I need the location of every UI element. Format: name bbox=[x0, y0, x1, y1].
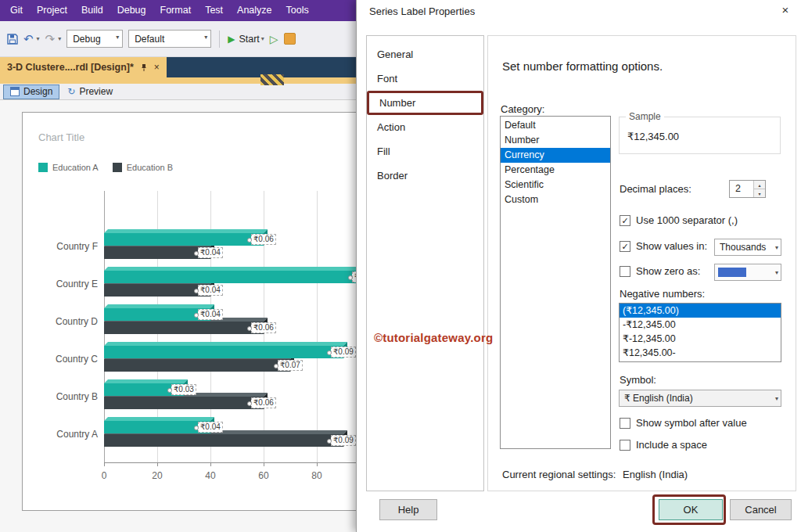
toolbar-misc-icon[interactable] bbox=[284, 33, 296, 45]
legend-item[interactable]: Education B bbox=[113, 163, 173, 172]
data-label[interactable]: ₹0.04 bbox=[198, 422, 223, 433]
data-label[interactable]: ₹0.03 bbox=[171, 384, 196, 395]
redo-dropdown-icon[interactable]: ▾ bbox=[58, 35, 61, 42]
legend-item[interactable]: Education A bbox=[38, 163, 99, 172]
bar-education-b[interactable] bbox=[104, 322, 264, 334]
chart-plot[interactable]: Chart Title Education AEducation B 02040… bbox=[22, 112, 370, 511]
watermark: ©tutorialgateway.org bbox=[374, 331, 493, 344]
bar-education-a[interactable] bbox=[104, 233, 264, 246]
bar-education-b[interactable] bbox=[104, 397, 264, 409]
ok-button[interactable]: OK bbox=[659, 499, 723, 520]
show-zero-as-dropdown[interactable]: ▾ bbox=[714, 264, 781, 281]
include-space-checkbox[interactable]: Include a space bbox=[620, 439, 707, 451]
category-option-scientific[interactable]: Scientific bbox=[501, 178, 610, 192]
category-label: Country E bbox=[24, 279, 98, 289]
negative-option-2[interactable]: ₹-12,345.00 bbox=[620, 332, 781, 346]
data-label[interactable]: ₹0.06 bbox=[251, 397, 276, 408]
axis-tick-label: 60 bbox=[253, 470, 274, 481]
run-without-debug-icon[interactable]: ▷ bbox=[270, 33, 278, 45]
tab-design-label: Design bbox=[23, 86, 52, 97]
category-option-number[interactable]: Number bbox=[501, 133, 610, 148]
menu-tools[interactable]: Tools bbox=[279, 0, 316, 21]
show-symbol-after-label: Show symbol after value bbox=[636, 417, 747, 429]
checkbox-icon[interactable] bbox=[620, 241, 630, 252]
negative-option-1[interactable]: -₹12,345.00 bbox=[620, 318, 781, 332]
chart-title[interactable]: Chart Title bbox=[38, 131, 84, 143]
help-button[interactable]: Help bbox=[379, 499, 437, 520]
use-1000-separator-checkbox[interactable]: Use 1000 separator (,) bbox=[620, 214, 738, 226]
spin-down-icon[interactable]: ▾ bbox=[754, 189, 765, 197]
category-option-default[interactable]: Default bbox=[501, 118, 610, 133]
document-tab[interactable]: 3-D Clustere....rdl [Design]* × bbox=[0, 57, 167, 77]
configuration-dropdown[interactable]: Default ▾ bbox=[128, 30, 211, 48]
include-space-label: Include a space bbox=[636, 439, 707, 451]
data-label[interactable]: ₹0.09 bbox=[331, 347, 356, 358]
save-icon[interactable] bbox=[7, 34, 18, 45]
category-option-percentage[interactable]: Percentage bbox=[501, 163, 610, 178]
menu-test[interactable]: Test bbox=[198, 0, 230, 21]
nav-item-action[interactable]: Action bbox=[367, 115, 483, 139]
category-option-custom[interactable]: Custom bbox=[501, 192, 610, 207]
close-icon[interactable]: × bbox=[154, 62, 160, 73]
data-label[interactable]: ₹0.06 bbox=[251, 322, 276, 333]
tab-preview[interactable]: ↻ Preview bbox=[61, 84, 119, 99]
menu-build[interactable]: Build bbox=[74, 0, 110, 21]
nav-item-number[interactable]: Number bbox=[367, 91, 483, 115]
decimal-places-label: Decimal places: bbox=[620, 183, 691, 195]
data-label[interactable]: ₹0.04 bbox=[198, 285, 223, 296]
symbol-dropdown[interactable]: ₹ English (India) ▾ bbox=[619, 390, 781, 407]
bar-education-b[interactable] bbox=[104, 434, 343, 447]
dialog-title: Series Label Properties bbox=[369, 5, 475, 17]
category-option-currency[interactable]: Currency bbox=[501, 148, 610, 163]
nav-item-general[interactable]: General bbox=[367, 42, 483, 66]
category-listbox: DefaultNumberCurrencyPercentageScientifi… bbox=[500, 116, 611, 449]
tab-design[interactable]: Design bbox=[3, 84, 59, 99]
checkbox-icon[interactable] bbox=[620, 215, 630, 226]
nav-item-font[interactable]: Font bbox=[367, 66, 483, 91]
tab-preview-label: Preview bbox=[79, 86, 113, 97]
negative-option-0[interactable]: (₹12,345.00) bbox=[620, 304, 781, 318]
sample-value: ₹12,345.00 bbox=[627, 131, 679, 142]
data-label[interactable]: ₹0.09 bbox=[331, 435, 356, 446]
close-icon[interactable]: × bbox=[778, 3, 793, 16]
data-label[interactable]: ₹0.04 bbox=[198, 309, 223, 320]
decimal-places-value: 2 bbox=[735, 183, 741, 194]
cancel-button[interactable]: Cancel bbox=[730, 499, 792, 520]
checkbox-icon[interactable] bbox=[620, 440, 630, 451]
undo-icon[interactable]: ↶ bbox=[23, 33, 34, 45]
decimal-places-stepper[interactable]: 2 ▴ ▾ bbox=[729, 180, 766, 198]
show-values-in-dropdown[interactable]: Thousands ▾ bbox=[714, 239, 781, 256]
preview-icon: ↻ bbox=[67, 86, 75, 97]
start-button[interactable]: ▶ Start ▾ bbox=[228, 34, 264, 45]
gridline bbox=[317, 191, 318, 462]
nav-item-fill[interactable]: Fill bbox=[367, 139, 483, 164]
data-label[interactable]: ₹0.07 bbox=[278, 360, 303, 371]
spin-up-icon[interactable]: ▴ bbox=[754, 181, 765, 189]
chart-legend[interactable]: Education AEducation B bbox=[38, 163, 173, 172]
debug-target-dropdown[interactable]: Debug ▾ bbox=[66, 30, 123, 48]
menu-git[interactable]: Git bbox=[3, 0, 30, 21]
x-axis-line bbox=[104, 462, 371, 463]
show-zero-as-checkbox[interactable]: Show zero as: bbox=[620, 265, 700, 277]
data-label[interactable]: ₹0.04 bbox=[198, 247, 223, 258]
menu-debug[interactable]: Debug bbox=[110, 0, 153, 21]
show-values-in-label: Show values in: bbox=[636, 240, 707, 252]
menu-format[interactable]: Format bbox=[153, 0, 199, 21]
negative-option-3[interactable]: ₹12,345.00- bbox=[620, 346, 781, 360]
menu-analyze[interactable]: Analyze bbox=[230, 0, 278, 21]
bar-education-a[interactable] bbox=[104, 271, 365, 283]
legend-label: Education A bbox=[52, 163, 99, 172]
data-label[interactable]: ₹0.06 bbox=[251, 234, 276, 245]
checkbox-icon[interactable] bbox=[620, 418, 630, 429]
bar-education-b[interactable] bbox=[104, 359, 290, 372]
show-symbol-after-checkbox[interactable]: Show symbol after value bbox=[620, 417, 747, 429]
pin-icon[interactable] bbox=[140, 63, 148, 72]
show-values-in-checkbox[interactable]: Show values in: bbox=[620, 240, 707, 252]
undo-dropdown-icon[interactable]: ▾ bbox=[37, 35, 40, 42]
nav-item-border[interactable]: Border bbox=[367, 164, 483, 188]
menu-project[interactable]: Project bbox=[30, 0, 74, 21]
legend-swatch bbox=[38, 163, 48, 172]
bar-education-a[interactable] bbox=[104, 346, 343, 358]
redo-icon[interactable]: ↷ bbox=[45, 33, 56, 45]
checkbox-icon[interactable] bbox=[620, 266, 630, 277]
